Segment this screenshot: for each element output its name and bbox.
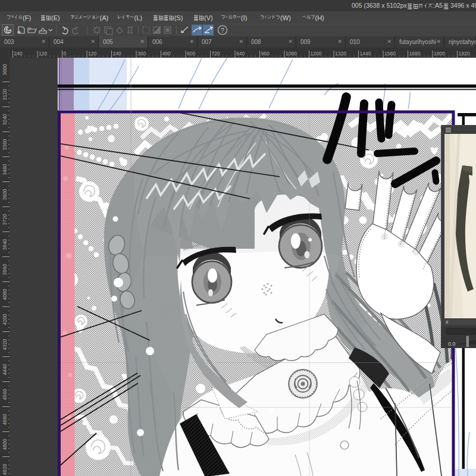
svg-text:1560: 1560	[384, 51, 396, 57]
svg-text:4080: 4080	[2, 289, 8, 300]
svg-text:?: ?	[221, 27, 224, 34]
svg-text:3720: 3720	[2, 214, 8, 225]
svg-text:(S): (S)	[174, 14, 183, 21]
svg-text:4200: 4200	[2, 314, 8, 325]
svg-text:3240: 3240	[2, 114, 8, 125]
svg-text:(A): (A)	[100, 14, 109, 21]
svg-text:1920: 1920	[459, 51, 470, 57]
svg-text:1080: 1080	[286, 51, 297, 57]
svg-text:005 (3638 x 5102px: 005 (3638 x 5102px	[352, 2, 408, 9]
svg-text:4680: 4680	[2, 414, 8, 425]
svg-text:3000: 3000	[2, 64, 8, 75]
svg-text:1320: 1320	[335, 51, 346, 57]
svg-text:4920: 4920	[2, 464, 8, 475]
svg-text:(E): (E)	[51, 14, 60, 21]
svg-text:3480: 3480	[2, 164, 8, 175]
svg-text:4440: 4440	[2, 364, 8, 375]
svg-text:4320: 4320	[2, 339, 8, 350]
svg-text:1800: 1800	[434, 51, 445, 57]
svg-text:1680: 1680	[409, 51, 421, 57]
svg-text:4800: 4800	[2, 439, 8, 450]
svg-text:3600: 3600	[2, 189, 8, 200]
svg-text:0.0: 0.0	[448, 341, 456, 347]
svg-text:(L): (L)	[134, 14, 142, 21]
svg-text:3840: 3840	[2, 239, 8, 250]
svg-text:(I): (I)	[241, 14, 247, 21]
svg-text:3120: 3120	[2, 89, 8, 100]
svg-text:3496 x 496: 3496 x 496	[450, 2, 476, 9]
svg-text:1200: 1200	[311, 51, 322, 57]
svg-text::A5: :A5	[433, 2, 443, 9]
svg-text:3960: 3960	[2, 264, 8, 275]
svg-text:0: 0	[64, 51, 67, 57]
svg-text:3360: 3360	[2, 139, 8, 150]
svg-text:1440: 1440	[360, 51, 371, 57]
svg-text:(V): (V)	[204, 14, 213, 21]
svg-text:(W): (W)	[280, 14, 291, 21]
svg-text:(H): (H)	[315, 14, 324, 21]
svg-text:(F): (F)	[23, 14, 31, 21]
svg-text:4560: 4560	[2, 389, 8, 400]
